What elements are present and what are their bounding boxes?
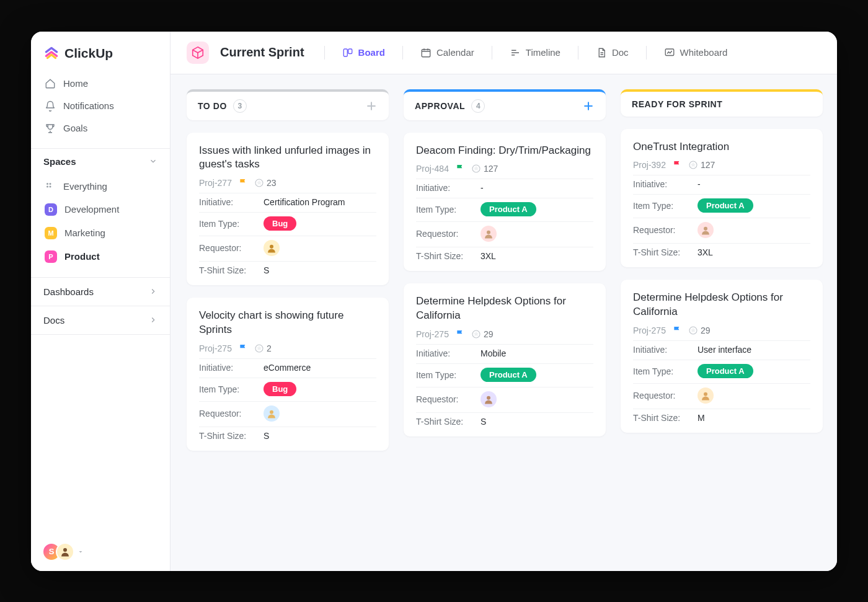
attr-initiative: Initiative: Certification Program: [199, 193, 376, 207]
attr-value: S: [264, 265, 376, 275]
brand-name: ClickUp: [64, 46, 113, 61]
space-badge: D: [45, 203, 57, 216]
attr-value: -: [698, 179, 810, 189]
view-tab-board[interactable]: Board: [336, 43, 391, 62]
svg-point-0: [46, 183, 48, 185]
priority-flag-icon[interactable]: [672, 325, 682, 335]
svg-rect-7: [422, 49, 430, 56]
attr-initiative: Initiative: eCommerce: [199, 358, 376, 373]
nav-home[interactable]: Home: [36, 73, 165, 95]
brand-block[interactable]: ClickUp: [31, 32, 170, 73]
docs-label: Docs: [43, 315, 64, 325]
column-header[interactable]: APPROVAL 4: [404, 89, 606, 120]
avatar: [698, 222, 714, 238]
attr-label: T-Shirt Size:: [416, 417, 473, 427]
task-title: Issues with linked unfurled images in gu…: [199, 144, 376, 172]
attr-label: Initiative:: [633, 345, 690, 355]
svg-point-20: [704, 392, 707, 396]
task-title: OneTrust Integration: [633, 140, 810, 154]
attr-label: Requestor:: [199, 409, 256, 418]
attr-requestor: Requestor:: [199, 236, 376, 256]
attr-label: Initiative:: [416, 183, 473, 193]
task-score: 127: [688, 160, 715, 170]
priority-flag-icon[interactable]: [672, 160, 682, 170]
attr-label: T-Shirt Size:: [633, 413, 690, 423]
attr-value: 3XL: [698, 247, 810, 257]
task-id: Proj-484: [416, 164, 449, 174]
view-label: Calendar: [436, 47, 474, 58]
attr-label: Item Type:: [416, 370, 473, 380]
item-type-pill: Product A: [698, 198, 753, 213]
user-avatar-stack[interactable]: S: [31, 533, 170, 571]
nav-label: Goals: [63, 123, 87, 133]
nav-list: Home Notifications Goals: [31, 73, 170, 148]
column-header[interactable]: READY FOR SPRINT: [621, 89, 823, 117]
attr-item-type: Item Type: Product A: [633, 194, 810, 213]
priority-flag-icon[interactable]: [455, 329, 465, 339]
attr-value: Certification Program: [264, 197, 376, 207]
header-bar: Current Sprint Board Calendar: [170, 32, 837, 74]
view-tab-timeline[interactable]: Timeline: [503, 43, 567, 62]
task-id: Proj-275: [633, 325, 666, 335]
sidebar-item-development[interactable]: D Development: [36, 198, 165, 221]
attr-label: Item Type:: [633, 201, 690, 211]
attr-label: Requestor:: [633, 225, 690, 235]
attr-value: User interface: [698, 345, 810, 355]
task-id: Proj-275: [199, 343, 232, 353]
add-card-button[interactable]: [582, 100, 595, 112]
priority-flag-icon[interactable]: [238, 178, 248, 188]
svg-rect-5: [343, 49, 347, 56]
add-card-button[interactable]: [365, 100, 378, 112]
priority-flag-icon[interactable]: [455, 164, 465, 174]
dashboards-label: Dashboards: [43, 286, 94, 297]
clickup-logo-icon: [43, 45, 60, 61]
divider: [402, 46, 403, 60]
task-card[interactable]: Deacom Finding: Dry/Trim/Packaging Proj-…: [404, 133, 606, 272]
priority-flag-icon[interactable]: [238, 343, 248, 353]
main-pane: Current Sprint Board Calendar: [170, 32, 837, 571]
task-card[interactable]: OneTrust Integration Proj-392 127 Initia…: [621, 129, 823, 268]
nav-label: Notifications: [63, 100, 114, 111]
page-title: Current Sprint: [220, 45, 304, 60]
nav-goals[interactable]: Goals: [36, 117, 165, 139]
column-header[interactable]: TO DO 3: [187, 89, 389, 120]
svg-point-14: [487, 231, 490, 234]
attr-item-type: Item Type: Bug: [199, 212, 376, 231]
space-label: Development: [64, 204, 119, 215]
svg-point-12: [270, 410, 273, 414]
task-id: Proj-275: [416, 329, 449, 339]
attr-label: Requestor:: [416, 229, 473, 239]
attr-label: Initiative:: [199, 197, 256, 207]
sidebar-item-everything[interactable]: Everything: [36, 175, 165, 198]
attr-requestor: Requestor:: [633, 383, 810, 404]
view-tab-doc[interactable]: Doc: [590, 43, 635, 62]
attr-label: Item Type:: [199, 384, 256, 394]
task-card[interactable]: Velocity chart is showing future Sprints…: [187, 298, 389, 451]
view-tab-calendar[interactable]: Calendar: [414, 43, 480, 62]
space-label: Everything: [63, 181, 107, 192]
svg-point-10: [270, 245, 273, 249]
spaces-header[interactable]: Spaces: [31, 148, 170, 173]
attr-requestor: Requestor:: [633, 218, 810, 238]
attr-item-type: Item Type: Product A: [416, 363, 593, 382]
attr-label: Initiative:: [633, 179, 690, 189]
item-type-pill: Product A: [480, 202, 536, 216]
column-count: 3: [233, 99, 247, 113]
view-tab-whiteboard[interactable]: Whiteboard: [658, 43, 734, 62]
task-score: 127: [471, 164, 498, 174]
nav-notifications[interactable]: Notifications: [36, 95, 165, 117]
attr-initiative: Initiative: -: [633, 175, 810, 189]
sidebar-item-docs[interactable]: Docs: [31, 306, 170, 335]
sidebar-item-dashboards[interactable]: Dashboards: [31, 277, 170, 306]
sidebar-item-product[interactable]: P Product: [36, 245, 165, 268]
attr-initiative: Initiative: Mobile: [416, 344, 593, 358]
sprint-cube-icon: [187, 42, 209, 64]
task-card[interactable]: Issues with linked unfurled images in gu…: [187, 133, 389, 286]
view-label: Doc: [612, 47, 629, 58]
attr-initiative: Initiative: User interface: [633, 340, 810, 355]
sidebar-item-marketing[interactable]: M Marketing: [36, 221, 165, 245]
task-card[interactable]: Determine Helpdesk Options for Californi…: [621, 280, 823, 433]
task-card[interactable]: Determine Helpdesk Options for Californi…: [404, 283, 606, 436]
view-label: Timeline: [526, 47, 560, 58]
task-meta: Proj-275 2: [199, 343, 376, 353]
